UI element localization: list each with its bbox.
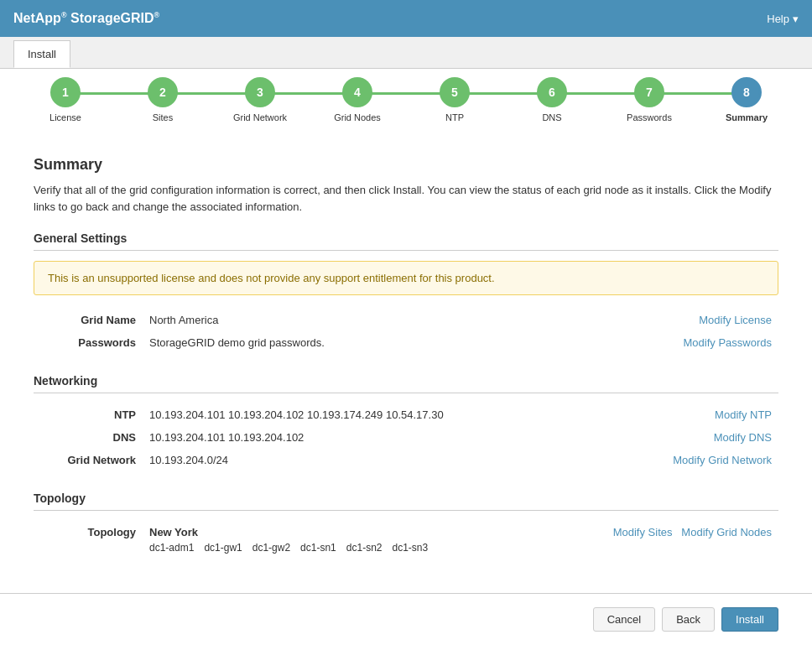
row-action: Modify Passwords bbox=[555, 331, 778, 354]
step-license: 1License bbox=[17, 77, 114, 122]
topology-site: New York bbox=[149, 526, 536, 538]
step-circle: 5 bbox=[440, 77, 470, 107]
row-action: Modify DNS bbox=[608, 426, 778, 449]
step-circle: 8 bbox=[731, 77, 762, 107]
step-circle: 6 bbox=[537, 77, 567, 107]
row-label: Grid Name bbox=[34, 309, 143, 331]
topology-nodes: dc1-adm1dc1-gw1dc1-gw2dc1-sn1dc1-sn2dc1-… bbox=[149, 542, 536, 554]
step-summary: 8Summary bbox=[698, 77, 795, 122]
main-content: Summary Verify that all of the grid conf… bbox=[0, 139, 812, 637]
step-ntp: 5NTP bbox=[406, 77, 503, 122]
step-label: License bbox=[49, 112, 81, 122]
topology-node: dc1-gw1 bbox=[204, 542, 242, 554]
step-passwords: 7Passwords bbox=[601, 77, 698, 122]
page-description: Verify that all of the grid configuratio… bbox=[34, 182, 778, 215]
general-settings-heading: General Settings bbox=[34, 231, 778, 251]
modify-grid-nodes-link[interactable]: Modify Grid Nodes bbox=[681, 526, 772, 538]
topology-node: dc1-sn2 bbox=[346, 542, 383, 554]
step-label: Grid Nodes bbox=[334, 112, 381, 122]
topology-node: dc1-gw2 bbox=[252, 542, 290, 554]
topology-actions: Modify Sites Modify Grid Nodes bbox=[543, 521, 778, 559]
topology-section: Topology Topology New York dc1-adm1dc1-g… bbox=[34, 492, 778, 559]
row-label: Passwords bbox=[34, 331, 143, 354]
chevron-down-icon: ▾ bbox=[793, 13, 799, 25]
warning-box: This is an unsupported license and does … bbox=[34, 261, 778, 295]
row-label: Grid Network bbox=[34, 449, 143, 471]
step-circle: 3 bbox=[245, 77, 275, 107]
page-title: Summary bbox=[34, 156, 778, 174]
step-label: Summary bbox=[726, 112, 768, 122]
help-button[interactable]: Help ▾ bbox=[767, 13, 799, 25]
topology-table: Topology New York dc1-adm1dc1-gw1dc1-gw2… bbox=[34, 521, 778, 559]
help-label: Help bbox=[767, 13, 789, 25]
row-value: 10.193.204.0/24 bbox=[143, 449, 608, 471]
topology-value: New York dc1-adm1dc1-gw1dc1-gw2dc1-sn1dc… bbox=[143, 521, 543, 559]
modify-grid-network-link[interactable]: Modify Grid Network bbox=[673, 454, 772, 466]
networking-section: Networking NTP 10.193.204.101 10.193.204… bbox=[34, 374, 778, 471]
step-label: Passwords bbox=[627, 112, 672, 122]
table-row: Grid Name North America Modify License bbox=[34, 309, 778, 331]
step-label: DNS bbox=[542, 112, 561, 122]
table-row: Grid Network 10.193.204.0/24 Modify Grid… bbox=[34, 449, 778, 471]
row-action: Modify NTP bbox=[608, 403, 778, 426]
app-logo: NetApp® StorageGRID® bbox=[13, 11, 159, 26]
topology-label: Topology bbox=[34, 521, 143, 559]
step-label: Sites bbox=[153, 112, 173, 122]
table-row: Passwords StorageGRID demo grid password… bbox=[34, 331, 778, 354]
modify-passwords-link[interactable]: Modify Passwords bbox=[684, 336, 772, 349]
general-settings-table: Grid Name North America Modify License P… bbox=[34, 309, 778, 354]
cancel-button[interactable]: Cancel bbox=[593, 607, 655, 632]
step-circle: 4 bbox=[342, 77, 372, 107]
tab-bar: Install bbox=[0, 37, 812, 69]
step-grid-network: 3Grid Network bbox=[211, 77, 309, 122]
header: NetApp® StorageGRID® Help ▾ bbox=[0, 0, 812, 37]
table-row: NTP 10.193.204.101 10.193.204.102 10.193… bbox=[34, 403, 778, 426]
step-circle: 2 bbox=[148, 77, 178, 107]
row-label: DNS bbox=[34, 426, 143, 449]
table-row: DNS 10.193.204.101 10.193.204.102 Modify… bbox=[34, 426, 778, 449]
step-sites: 2Sites bbox=[114, 77, 211, 122]
topology-node: dc1-adm1 bbox=[149, 542, 194, 554]
modify-ntp-link[interactable]: Modify NTP bbox=[715, 408, 772, 421]
topology-node: dc1-sn1 bbox=[300, 542, 336, 554]
step-dns: 6DNS bbox=[503, 77, 601, 122]
footer: Cancel Back Install bbox=[0, 593, 812, 645]
step-circle: 7 bbox=[634, 77, 664, 107]
modify-sites-link[interactable]: Modify Sites bbox=[613, 526, 673, 538]
topology-node: dc1-sn3 bbox=[393, 542, 429, 554]
logo-text: NetApp® StorageGRID® bbox=[13, 11, 159, 25]
back-button[interactable]: Back bbox=[662, 607, 715, 632]
modify-dns-link[interactable]: Modify DNS bbox=[714, 431, 772, 444]
general-settings-section: General Settings This is an unsupported … bbox=[34, 231, 778, 354]
modify-license-link[interactable]: Modify License bbox=[699, 314, 772, 326]
row-action: Modify Grid Network bbox=[608, 449, 778, 471]
row-value: 10.193.204.101 10.193.204.102 bbox=[143, 426, 608, 449]
row-value: StorageGRID demo grid passwords. bbox=[143, 331, 555, 354]
networking-heading: Networking bbox=[34, 374, 778, 393]
step-circle: 1 bbox=[50, 77, 81, 107]
table-row: Topology New York dc1-adm1dc1-gw1dc1-gw2… bbox=[34, 521, 778, 559]
install-button[interactable]: Install bbox=[721, 607, 778, 632]
row-value: 10.193.204.101 10.193.204.102 10.193.174… bbox=[143, 403, 608, 426]
row-label: NTP bbox=[34, 403, 143, 426]
row-value: North America bbox=[143, 309, 555, 331]
stepper: 1License2Sites3Grid Network4Grid Nodes5N… bbox=[0, 69, 812, 139]
topology-heading: Topology bbox=[34, 492, 778, 511]
step-grid-nodes: 4Grid Nodes bbox=[309, 77, 406, 122]
tab-install[interactable]: Install bbox=[13, 40, 70, 68]
row-action: Modify License bbox=[555, 309, 778, 331]
networking-table: NTP 10.193.204.101 10.193.204.102 10.193… bbox=[34, 403, 778, 471]
step-label: Grid Network bbox=[233, 112, 287, 122]
step-label: NTP bbox=[445, 112, 464, 122]
